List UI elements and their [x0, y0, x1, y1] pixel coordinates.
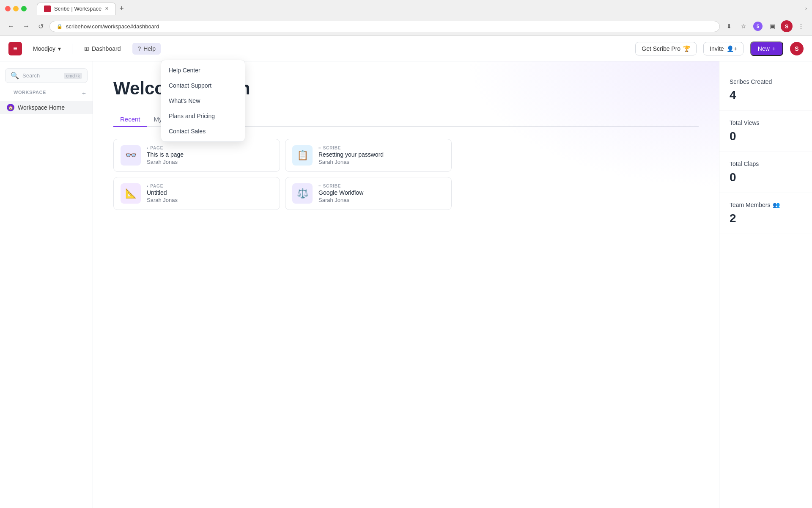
star-icon[interactable]: ☆: [738, 20, 749, 32]
file-thumb-scribe2: ⚖️: [292, 183, 313, 204]
contact-support-item[interactable]: Contact Support: [161, 78, 245, 93]
scribes-created-value: 4: [730, 88, 802, 102]
file-type-label: ▪ PAGE: [147, 146, 184, 150]
logo-icon: ≡: [13, 45, 17, 52]
workspace-name: Moodjoy: [33, 45, 55, 52]
total-claps-stat: Total Claps 0: [719, 152, 812, 193]
tab-close-icon[interactable]: ✕: [105, 6, 109, 11]
nav-dashboard[interactable]: ⊞ Dashboard: [79, 43, 126, 55]
total-views-stat: Total Views 0: [719, 111, 812, 152]
file-type-text: PAGE: [150, 146, 163, 150]
tab-title: Scribe | Workspace: [54, 6, 102, 12]
dashboard-label: Dashboard: [92, 45, 121, 52]
sidebar-item-workspace-home[interactable]: 🏠 Workspace Home: [0, 101, 93, 114]
workspace-chevron-icon: ▾: [58, 45, 61, 52]
workspace-section-label: WORKSPACE: [7, 90, 53, 95]
user-avatar[interactable]: S: [790, 42, 804, 55]
file-item[interactable]: 📋 ≡ SCRIBE Resetting your password Sarah…: [285, 139, 452, 172]
sidebar: 🔍 Search cmd+k WORKSPACE + 🏠 Workspace H…: [0, 61, 93, 508]
address-bar[interactable]: 🔒 scribehow.com/workspace#dashboard: [49, 21, 720, 32]
help-icon: ?: [137, 45, 141, 52]
maximize-button[interactable]: [21, 6, 27, 11]
top-nav: ≡ Moodjoy ▾ ⊞ Dashboard ? Help Get Scrib…: [0, 36, 812, 61]
team-members-label: Team Members 👥: [730, 202, 802, 208]
app: ≡ Moodjoy ▾ ⊞ Dashboard ? Help Get Scrib…: [0, 36, 812, 508]
file-type-label: ≡ SCRIBE: [318, 146, 384, 150]
file-author: Sarah Jonas: [147, 197, 178, 203]
file-name: Resetting your password: [318, 151, 384, 158]
help-center-item[interactable]: Help Center: [161, 63, 245, 78]
workspace-selector[interactable]: Moodjoy ▾: [29, 43, 65, 55]
minimize-button[interactable]: [13, 6, 19, 11]
file-type-text: SCRIBE: [323, 146, 341, 150]
file-meta: ≡ SCRIBE Google Workflow Sarah Jonas: [318, 184, 363, 203]
invite-label: Invite: [710, 45, 724, 52]
total-claps-value: 0: [730, 171, 802, 184]
home-icon: 🏠: [7, 104, 14, 111]
new-button[interactable]: New +: [750, 41, 783, 56]
get-scribe-pro-label: Get Scribe Pro: [642, 45, 680, 52]
scribe-icon: ≡: [318, 184, 321, 188]
total-views-label: Total Views: [730, 119, 802, 126]
browser-tab-active[interactable]: Scribe | Workspace ✕: [37, 3, 116, 15]
file-item[interactable]: 👓 ▪ PAGE This is a page Sarah Jonas: [113, 139, 280, 172]
browser-profile-avatar[interactable]: S: [781, 20, 793, 32]
new-tab-button[interactable]: +: [116, 3, 127, 15]
whats-new-item[interactable]: What's New: [161, 93, 245, 108]
extensions-badge: 5: [753, 22, 763, 31]
file-thumb-page: 👓: [121, 145, 141, 166]
help-dropdown: Help Center Contact Support What's New P…: [161, 60, 245, 142]
file-type-text: PAGE: [150, 184, 163, 188]
nav-help[interactable]: ? Help: [132, 43, 161, 55]
page-icon: ▪: [147, 184, 148, 188]
search-placeholder: Search: [22, 72, 60, 79]
sidebar-toggle-icon[interactable]: ▣: [766, 20, 778, 32]
forward-button[interactable]: →: [20, 21, 32, 32]
toolbar-icons: ⬇ ☆ 5 ▣ S ⋮: [723, 20, 807, 32]
nav-divider: [72, 44, 72, 54]
file-author: Sarah Jonas: [147, 159, 184, 165]
file-item[interactable]: ⚖️ ≡ SCRIBE Google Workflow Sarah Jonas: [285, 177, 452, 210]
trophy-icon: 🏆: [683, 45, 690, 52]
get-scribe-pro-button[interactable]: Get Scribe Pro 🏆: [635, 42, 697, 55]
file-thumb-page2: 📐: [121, 183, 141, 204]
file-type-label: ≡ SCRIBE: [318, 184, 363, 188]
team-members-value: 2: [730, 212, 802, 225]
add-workspace-icon[interactable]: +: [82, 90, 86, 97]
tab-recent[interactable]: Recent: [113, 112, 147, 127]
back-button[interactable]: ←: [5, 21, 17, 32]
app-logo: ≡: [8, 42, 22, 55]
browser-menu-icon[interactable]: ⋮: [795, 20, 807, 32]
download-icon[interactable]: ⬇: [723, 20, 735, 32]
refresh-button[interactable]: ↺: [36, 21, 46, 32]
search-shortcut: cmd+k: [64, 73, 82, 79]
file-meta: ≡ SCRIBE Resetting your password Sarah J…: [318, 146, 384, 165]
file-name: Google Workflow: [318, 189, 363, 196]
contact-sales-item[interactable]: Contact Sales: [161, 124, 245, 139]
file-meta: ▪ PAGE This is a page Sarah Jonas: [147, 146, 184, 165]
browser-titlebar: Scribe | Workspace ✕ + ›: [0, 0, 812, 17]
person-icon: 👥: [773, 202, 780, 208]
file-item[interactable]: 📐 ▪ PAGE Untitled Sarah Jonas: [113, 177, 280, 210]
stats-panel: Scribes Created 4 Total Views 0 Total Cl…: [719, 61, 812, 508]
url-text: scribehow.com/workspace#dashboard: [66, 23, 159, 30]
help-label: Help: [143, 45, 156, 52]
file-author: Sarah Jonas: [318, 159, 384, 165]
lock-icon: 🔒: [57, 24, 63, 29]
file-grid: 👓 ▪ PAGE This is a page Sarah Jonas 📋: [113, 139, 452, 210]
page-icon: ▪: [147, 146, 148, 150]
scribe-icon: ≡: [318, 146, 321, 150]
search-box[interactable]: 🔍 Search cmd+k: [5, 68, 88, 83]
extensions-icon[interactable]: 5: [752, 20, 764, 32]
invite-button[interactable]: Invite 👤+: [703, 42, 743, 55]
file-thumb-scribe: 📋: [292, 145, 313, 166]
plans-pricing-item[interactable]: Plans and Pricing: [161, 108, 245, 124]
browser-chrome: Scribe | Workspace ✕ + › ← → ↺ 🔒 scribeh…: [0, 0, 812, 36]
scribes-created-label: Scribes Created: [730, 78, 802, 85]
scribes-created-stat: Scribes Created 4: [719, 70, 812, 111]
total-views-value: 0: [730, 130, 802, 143]
team-members-stat: Team Members 👥 2: [719, 193, 812, 234]
search-icon: 🔍: [11, 72, 19, 80]
traffic-lights: [5, 6, 27, 11]
close-button[interactable]: [5, 6, 11, 11]
